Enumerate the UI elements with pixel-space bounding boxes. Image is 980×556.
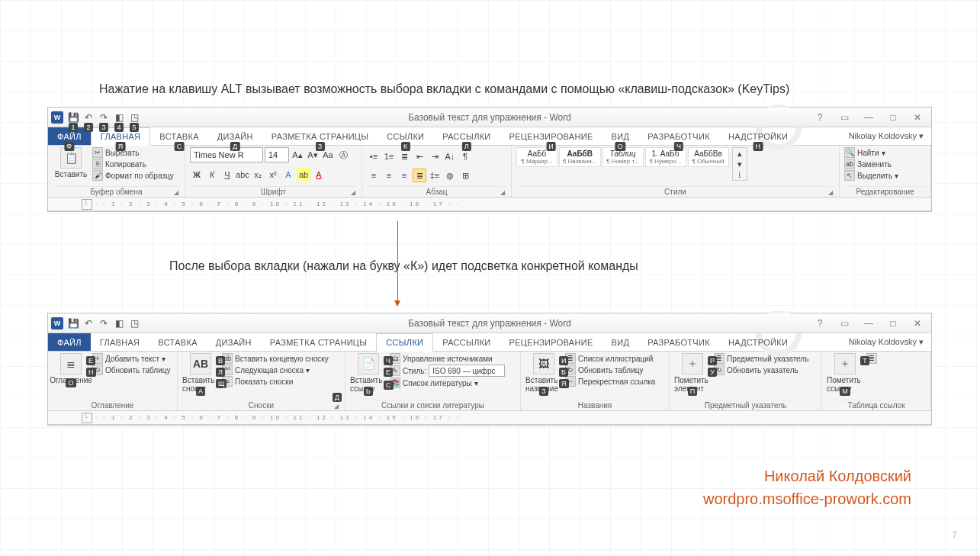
select-button[interactable]: ↖Выделить ▾ <box>844 170 898 181</box>
manage-sources-button[interactable]: 🗂Управление источникамиЧ <box>390 353 505 364</box>
tab-вставка[interactable]: ВСТАВКАС <box>150 127 207 145</box>
gallery-up-icon[interactable]: ▴ <box>733 148 747 159</box>
superscript-icon[interactable]: x² <box>266 168 280 182</box>
clear-format-icon[interactable]: Ⓐ <box>336 148 350 162</box>
multilevel-icon[interactable]: ≣ <box>397 149 411 163</box>
borders-icon[interactable]: ⊞ <box>458 169 472 182</box>
close-icon[interactable]: ✕ <box>908 318 927 329</box>
style-item[interactable]: АаБбВв¶ Обычный <box>688 147 729 167</box>
help-icon[interactable]: ? <box>811 318 829 329</box>
user-area[interactable]: Nikolay Koldovsky ▾ <box>841 127 931 145</box>
align-left-icon[interactable]: ≡ <box>367 169 381 182</box>
copy-button[interactable]: ⎘Копировать <box>92 159 174 169</box>
close-icon[interactable]: ✕ <box>908 112 927 123</box>
tab-главная[interactable]: ГЛАВНАЯ <box>91 333 149 351</box>
dialog-launcher-icon[interactable]: ◢ <box>351 189 355 196</box>
align-center-icon[interactable]: ≡ <box>382 169 396 182</box>
numbering-icon[interactable]: 1≡ <box>382 149 396 163</box>
tab-ссылки[interactable]: ССЫЛКИК <box>378 127 433 145</box>
mark-citation-button[interactable]: ＋ Пометить ссылку М <box>827 353 863 393</box>
dialog-launcher-icon[interactable]: ◢Д <box>334 403 339 410</box>
tab-рецензирование[interactable]: РЕЦЕНЗИРОВАНИЕИ <box>500 127 602 145</box>
tab-надстройки[interactable]: НАДСТРОЙКИН <box>719 127 797 145</box>
text-effects-icon[interactable]: A <box>281 168 295 182</box>
show-marks-icon[interactable]: ¶ <box>458 149 472 163</box>
line-spacing-icon[interactable]: ‡≡ <box>428 169 442 182</box>
italic-icon[interactable]: К <box>205 168 219 182</box>
paste-button[interactable]: 📋 Вставить <box>53 147 89 178</box>
tab-selector-icon[interactable]: └ <box>82 199 92 210</box>
tab-ссылки[interactable]: ССЫЛКИ <box>376 333 433 352</box>
gallery-down-icon[interactable]: ▾ <box>733 159 747 169</box>
tab-разметка страницы[interactable]: РАЗМЕТКА СТРАНИЦЫЗ <box>262 127 378 145</box>
tab-рецензирование[interactable]: РЕЦЕНЗИРОВАНИЕ <box>500 333 602 351</box>
dialog-launcher-icon[interactable]: ◢ <box>500 189 505 196</box>
qat-redo-icon[interactable]: ↷ <box>97 317 111 330</box>
dialog-launcher-icon[interactable]: ◢ <box>174 189 178 196</box>
user-area[interactable]: Nikolay Koldovsky ▾ <box>841 333 931 351</box>
qat-btn-5[interactable]: ◳5 <box>127 111 141 124</box>
find-button[interactable]: 🔍Найти ▾ <box>844 147 898 158</box>
decrease-indent-icon[interactable]: ⇤ <box>413 149 426 163</box>
tab-вид[interactable]: ВИДО <box>602 127 639 145</box>
font-size-combo[interactable]: 14 <box>265 147 289 162</box>
qat-btn-5[interactable]: ◳ <box>127 317 141 330</box>
ribbon-toggle-icon[interactable]: ▭ <box>835 112 853 123</box>
qat-undo-icon[interactable]: ↶ <box>82 317 95 330</box>
table-of-figures-button[interactable]: ≣Список иллюстрацийИ <box>565 353 655 364</box>
ribbon-toggle-icon[interactable]: ▭ <box>835 318 853 329</box>
qat-btn-4[interactable]: ◧4 <box>112 111 126 124</box>
insert-footnote-button[interactable]: AB Вставить сноску А <box>182 353 219 393</box>
qat-redo-icon[interactable]: ↷3 <box>97 111 111 124</box>
format-painter-button[interactable]: 🖌Формат по образцу <box>92 170 174 181</box>
font-name-combo[interactable]: Times New R <box>190 147 263 162</box>
underline-icon[interactable]: Ч <box>220 168 234 182</box>
insert-caption-button[interactable]: 🖼 Вставить название З <box>525 353 562 393</box>
cut-button[interactable]: ✂Вырезать <box>92 147 174 158</box>
dialog-launcher-icon[interactable]: ◢ <box>828 189 833 196</box>
align-right-icon[interactable]: ≡ <box>397 169 411 182</box>
insert-toa-button[interactable]: ≣Т <box>866 353 877 364</box>
bold-icon[interactable]: Ж <box>190 168 204 182</box>
qat-save-icon[interactable]: 💾 <box>66 317 80 330</box>
tab-selector-icon[interactable]: └ <box>82 413 92 423</box>
add-text-button[interactable]: +Добавить текст ▾Е <box>92 353 171 364</box>
tab-файл[interactable]: ФАЙЛ <box>48 333 91 351</box>
font-color-icon[interactable]: A <box>312 168 326 182</box>
help-icon[interactable]: ? <box>811 112 829 123</box>
shading-icon[interactable]: ◍ <box>443 169 457 182</box>
tab-вид[interactable]: ВИД <box>602 333 639 351</box>
tab-надстройки[interactable]: НАДСТРОЙКИ <box>719 333 797 351</box>
justify-icon[interactable]: ≣ <box>413 169 426 182</box>
minimize-icon[interactable]: — <box>860 318 878 329</box>
insert-index-button[interactable]: ≣Предметный указательР <box>714 353 808 364</box>
strike-icon[interactable]: abc <box>236 168 249 182</box>
show-notes-button[interactable]: ≡Показать сноскиЩ <box>222 376 329 387</box>
qat-save-icon[interactable]: 💾1 <box>66 111 80 124</box>
tab-рассылки[interactable]: РАССЫЛКИ <box>433 333 500 351</box>
insert-endnote-button[interactable]: abВставить концевую сноскуВ <box>222 353 329 364</box>
maximize-icon[interactable]: □ <box>884 318 902 329</box>
maximize-icon[interactable]: □ <box>884 112 902 123</box>
tab-разметка страницы[interactable]: РАЗМЕТКА СТРАНИЦЫ <box>261 333 377 351</box>
gallery-more-icon[interactable]: ⁞ <box>733 169 747 180</box>
next-footnote-button[interactable]: ᴬᴮСледующая сноска ▾Л <box>222 365 329 375</box>
replace-button[interactable]: abЗаменить <box>844 159 898 169</box>
minimize-icon[interactable]: — <box>860 112 878 123</box>
insert-citation-button[interactable]: 📄 Вставить ссылку Ь <box>350 353 387 393</box>
tab-разработчик[interactable]: РАЗРАБОТЧИК <box>638 333 719 351</box>
tab-дизайн[interactable]: ДИЗАЙН <box>207 333 261 351</box>
bullets-icon[interactable]: •≡ <box>367 149 381 163</box>
increase-font-icon[interactable]: A▴ <box>291 148 304 162</box>
update-tof-button[interactable]: ↻Обновить таблицуБ <box>565 365 655 375</box>
mark-entry-button[interactable]: ＋ Пометить элемент П <box>674 353 711 393</box>
update-index-button[interactable]: ↻Обновить указательУ <box>714 365 808 375</box>
citation-style[interactable]: ✎Стиль: ISO 690 — цифрсЕ <box>390 365 505 377</box>
tab-разработчик[interactable]: РАЗРАБОТЧИКЧ <box>638 127 719 145</box>
qat-btn-4[interactable]: ◧ <box>112 317 126 330</box>
update-toc-button[interactable]: ↻Обновить таблицуН <box>92 365 171 375</box>
subscript-icon[interactable]: x₂ <box>251 168 265 182</box>
tab-дизайн[interactable]: ДИЗАЙНД <box>208 127 262 145</box>
tab-рассылки[interactable]: РАССЫЛКИЛ <box>433 127 500 145</box>
increase-indent-icon[interactable]: ⇥ <box>428 149 442 163</box>
